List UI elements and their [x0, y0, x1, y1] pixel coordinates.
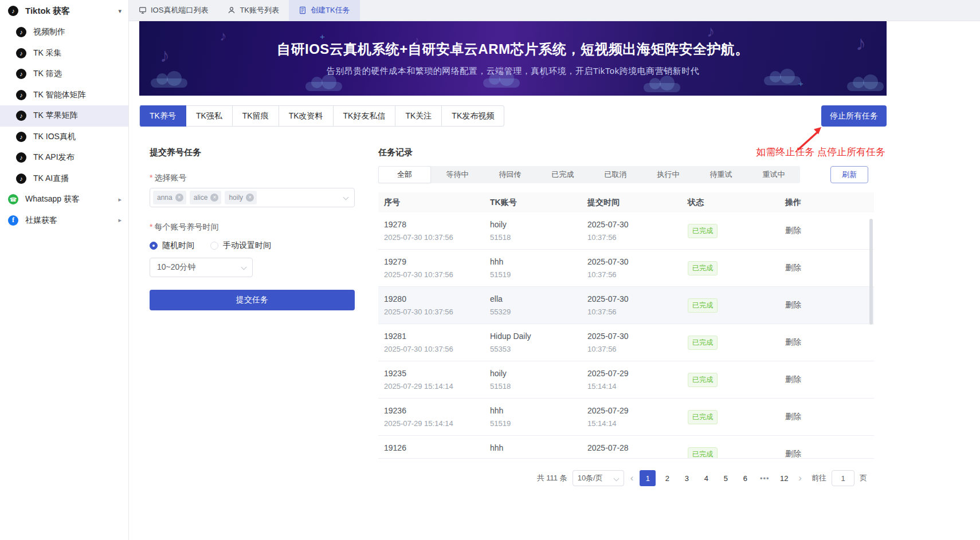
- status-filter-tab[interactable]: 已取消: [589, 166, 642, 183]
- task-id: 19280: [384, 294, 484, 303]
- sidebar-item[interactable]: ♪ TK 筛选 ▸: [0, 64, 128, 85]
- sidebar-item[interactable]: ♪ TK 采集 ▸: [0, 43, 128, 64]
- refresh-button[interactable]: 刷新: [830, 166, 868, 183]
- table-body: 19278 2025-07-30 10:37:56 hoily 51518 20…: [378, 212, 874, 459]
- tab-tk-account-list[interactable]: TK账号列表: [218, 0, 289, 21]
- task-id: 19279: [384, 257, 484, 266]
- task-type-tab[interactable]: TK好友私信: [334, 105, 396, 127]
- status-filter-tab[interactable]: 重试中: [747, 166, 800, 183]
- task-id: 19126: [384, 443, 484, 452]
- sidebar-item-label: TK 智能体矩阵: [33, 90, 86, 100]
- radio-option[interactable]: 手动设置时间: [210, 241, 271, 251]
- scrollbar-thumb[interactable]: [869, 219, 873, 325]
- sidebar-item[interactable]: ♪ TK IOS真机 ▸: [0, 127, 128, 148]
- page-number-button[interactable]: 2: [659, 470, 675, 486]
- submit-date: 2025-07-30: [587, 257, 682, 266]
- account-multiselect[interactable]: anna × alice × hoily ×: [150, 188, 355, 207]
- tiktok-icon: ♪: [16, 132, 26, 142]
- app-window: ♪ Tiktok 获客 ▾ ♪ 视频制作 ▸ ♪ TK 采集 ▸ ♪ TK 筛选…: [0, 0, 980, 540]
- page-number-button[interactable]: 5: [718, 470, 734, 486]
- page-number-button[interactable]: 12: [776, 470, 792, 486]
- sidebar-header-tiktok[interactable]: ♪ Tiktok 获客 ▾: [0, 0, 128, 22]
- page-size-select[interactable]: 10条/页: [573, 470, 624, 486]
- main-area: IOS真机端口列表 TK账号列表 创建TK任务 ♪: [129, 0, 980, 540]
- status-badge: 已完成: [688, 261, 718, 275]
- page-number-button[interactable]: 6: [737, 470, 753, 486]
- delete-button[interactable]: 删除: [785, 300, 801, 310]
- status-filter-tab[interactable]: 执行中: [642, 166, 695, 183]
- label-text: 选择账号: [154, 173, 186, 182]
- music-note-decoration: ♪: [707, 22, 715, 41]
- sidebar-item[interactable]: ☎ Whatsapp 获客 ▸: [0, 189, 128, 210]
- status-filter-tab[interactable]: 待回传: [484, 166, 536, 183]
- submit-time: [587, 456, 682, 459]
- stop-all-tasks-button[interactable]: 停止所有任务: [821, 105, 887, 127]
- required-asterisk: *: [150, 173, 152, 182]
- delete-button[interactable]: 删除: [785, 337, 801, 348]
- task-type-tab-group: TK养号TK强私TK留痕TK改资料TK好友私信TK关注TK发布视频: [139, 105, 504, 127]
- task-type-tab[interactable]: TK发布视频: [442, 105, 504, 127]
- sidebar-item[interactable]: ♪ TK API发布 ▸: [0, 147, 128, 168]
- page-number-button[interactable]: 1: [640, 470, 656, 486]
- account-icon: [228, 6, 236, 14]
- goto-suffix: 页: [860, 473, 867, 483]
- prev-page-button[interactable]: ‹: [629, 472, 635, 484]
- hero-banner: ♪ ♪ ♪ ♪ ♪ ♪ + + + 自研IOS云真机系统+自研安卓云ARM: [139, 21, 887, 96]
- sidebar-item[interactable]: ♪ TK AI直播 ▸: [0, 168, 128, 190]
- duration-select[interactable]: 10~20分钟: [150, 258, 253, 277]
- remove-tag-icon[interactable]: ×: [246, 194, 254, 202]
- sidebar: ♪ Tiktok 获客 ▾ ♪ 视频制作 ▸ ♪ TK 采集 ▸ ♪ TK 筛选…: [0, 0, 129, 540]
- sidebar-item[interactable]: ♪ 视频制作 ▸: [0, 22, 128, 43]
- tab-ios-device-port-list[interactable]: IOS真机端口列表: [129, 0, 218, 21]
- label-text: 每个账号养号时间: [154, 222, 218, 231]
- sidebar-item-label: TK 采集: [33, 48, 62, 58]
- remove-tag-icon[interactable]: ×: [210, 194, 218, 202]
- content-panels: 提交养号任务 *选择账号 anna × alice × hoily × *每个账…: [139, 147, 887, 486]
- delete-button[interactable]: 删除: [785, 412, 801, 422]
- records-filter-row: 全部等待中待回传已完成已取消执行中待重试重试中 刷新: [378, 166, 874, 183]
- sidebar-item-label: Whatsapp 获客: [25, 194, 80, 204]
- sidebar-item[interactable]: f 社媒获客 ▸: [0, 210, 128, 231]
- radio-option[interactable]: 随机时间: [150, 241, 194, 251]
- remove-tag-icon[interactable]: ×: [175, 194, 183, 202]
- tk-account-id: 51519: [490, 419, 582, 428]
- status-filter-tab[interactable]: 等待中: [431, 166, 484, 183]
- tab-create-tk-task[interactable]: 创建TK任务: [289, 0, 360, 21]
- page-number-button[interactable]: 3: [679, 470, 695, 486]
- sidebar-item[interactable]: ♪ TK 智能体矩阵 ▸: [0, 85, 128, 106]
- table-row: 19278 2025-07-30 10:37:56 hoily 51518 20…: [378, 212, 874, 250]
- tiktok-icon: ♪: [8, 6, 18, 16]
- sidebar-item[interactable]: ♪ TK 苹果矩阵 ▸: [0, 105, 128, 127]
- tiktok-icon: ♪: [16, 174, 26, 184]
- tag-label: alice: [194, 194, 208, 202]
- cloud-decoration: [644, 83, 680, 92]
- task-id: 19235: [384, 369, 484, 378]
- task-type-tab[interactable]: TK养号: [139, 105, 186, 127]
- status-filter-tab[interactable]: 全部: [378, 166, 431, 183]
- delete-button[interactable]: 删除: [785, 375, 801, 385]
- next-page-button[interactable]: ›: [797, 472, 803, 484]
- submit-task-button[interactable]: 提交任务: [150, 290, 355, 310]
- delete-button[interactable]: 删除: [785, 449, 801, 459]
- duration-value: 10~20分钟: [157, 262, 195, 273]
- task-type-tab[interactable]: TK关注: [395, 105, 442, 127]
- chevron-down-icon: ▾: [118, 7, 121, 15]
- page-number-button[interactable]: •••: [756, 470, 773, 486]
- tag-label: hoily: [229, 194, 243, 202]
- delete-button[interactable]: 删除: [785, 226, 801, 236]
- radio-dot-icon: [210, 242, 218, 250]
- tab-label: IOS真机端口列表: [151, 5, 208, 15]
- task-type-tab[interactable]: TK改资料: [279, 105, 334, 127]
- page-size-value: 10条/页: [578, 473, 603, 483]
- page-number-button[interactable]: 4: [698, 470, 714, 486]
- task-type-tab[interactable]: TK留痕: [233, 105, 279, 127]
- status-filter-tabs: 全部等待中待回传已完成已取消执行中待重试重试中: [378, 166, 800, 183]
- sidebar-item-label: TK API发布: [33, 152, 75, 163]
- records-table: 序号TK账号提交时间状态操作 19278 2025-07-30 10:37:56…: [378, 192, 874, 459]
- status-filter-tab[interactable]: 待重试: [695, 166, 747, 183]
- delete-button[interactable]: 删除: [785, 263, 801, 273]
- task-type-tab[interactable]: TK强私: [186, 105, 233, 127]
- status-filter-tab[interactable]: 已完成: [536, 166, 589, 183]
- goto-page-input[interactable]: [832, 470, 854, 486]
- music-note-decoration: ♪: [856, 31, 866, 56]
